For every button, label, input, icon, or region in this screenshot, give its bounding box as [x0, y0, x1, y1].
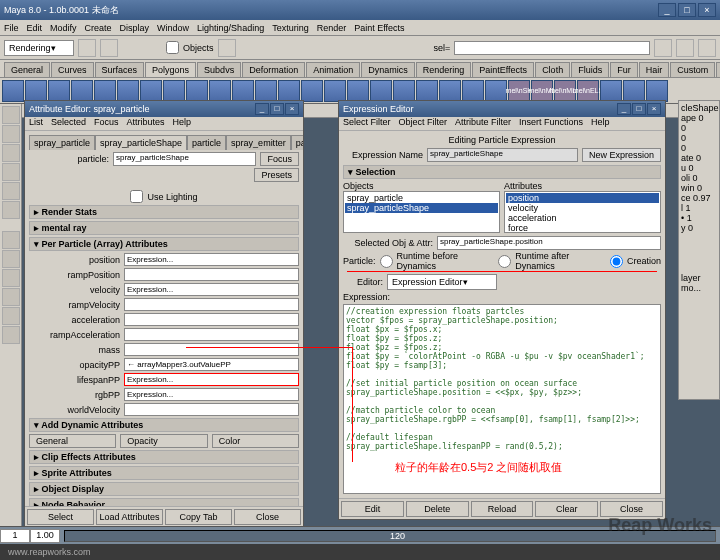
attr-field[interactable] [124, 328, 299, 341]
particle-name-input[interactable]: spray_particleShape [113, 152, 256, 166]
section-per-particle[interactable]: ▾ Per Particle (Array) Attributes [29, 237, 299, 251]
objects-listbox[interactable]: spray_particle spray_particleShape [343, 191, 500, 233]
attr-lifespanpp-field[interactable]: Expression... [124, 373, 299, 386]
shelf-icon[interactable] [623, 80, 645, 102]
menu-display[interactable]: Display [120, 23, 150, 33]
attr-field[interactable]: Expression... [124, 388, 299, 401]
tool-icon[interactable] [654, 39, 672, 57]
tab-subdvs[interactable]: Subdvs [197, 62, 241, 77]
new-expression-button[interactable]: New Expression [582, 148, 661, 162]
shelf-icon[interactable] [25, 80, 47, 102]
delete-button[interactable]: Delete [406, 501, 469, 517]
list-item[interactable]: acceleration [506, 213, 659, 223]
shelf-icon[interactable] [209, 80, 231, 102]
ae-tab[interactable]: particleClo► [291, 135, 303, 150]
section-mental-ray[interactable]: ▸ mental ray [29, 221, 299, 235]
section-clip[interactable]: ▸ Clip Effects Attributes [29, 450, 299, 464]
layout-icon[interactable] [2, 231, 20, 249]
section-add-dynamic[interactable]: ▾ Add Dynamic Attributes [29, 418, 299, 432]
attr-field[interactable] [124, 298, 299, 311]
ae-tab[interactable]: particle [187, 135, 226, 150]
clear-button[interactable]: Clear [535, 501, 598, 517]
attr-position-field[interactable]: Expression... [124, 253, 299, 266]
shelf-icon[interactable] [94, 80, 116, 102]
shelf-icon[interactable] [324, 80, 346, 102]
layout-icon[interactable] [2, 250, 20, 268]
shelf-icon[interactable] [462, 80, 484, 102]
shelf-icon[interactable] [163, 80, 185, 102]
presets-button[interactable]: Presets [254, 168, 299, 182]
ae-tab[interactable]: spray_emitter [226, 135, 291, 150]
menu-edit[interactable]: Edit [27, 23, 43, 33]
tool-icon[interactable] [218, 39, 236, 57]
layout-icon[interactable] [2, 326, 20, 344]
tab-painteffects[interactable]: PaintEffects [472, 62, 534, 77]
menu-painteffects[interactable]: Paint Effects [354, 23, 404, 33]
shelf-icon[interactable] [393, 80, 415, 102]
section-obj-display[interactable]: ▸ Object Display [29, 482, 299, 496]
objects-checkbox[interactable] [166, 41, 179, 54]
tab-cloth[interactable]: Cloth [535, 62, 570, 77]
ae-tab[interactable]: spray_particle [29, 135, 95, 150]
close-button[interactable]: Close [234, 509, 301, 525]
channel-box[interactable]: cleShape ape 0 0 0 0 ate 0 u 0 oli 0 win… [678, 100, 720, 400]
attr-field[interactable]: Expression... [124, 283, 299, 296]
main-menubar[interactable]: File Edit Modify Create Display Window L… [0, 20, 720, 36]
copy-tab-button[interactable]: Copy Tab [165, 509, 232, 525]
attr-field[interactable] [124, 313, 299, 326]
minimize-button[interactable]: _ [658, 3, 676, 17]
shelf-icon[interactable] [278, 80, 300, 102]
shelf-icon[interactable] [48, 80, 70, 102]
select-button[interactable]: Select [27, 509, 94, 525]
opacity-button[interactable]: Opacity [120, 434, 207, 448]
manip-tool-icon[interactable] [2, 201, 20, 219]
section-render-stats[interactable]: ▸ Render Stats [29, 205, 299, 219]
tab-hair[interactable]: Hair [639, 62, 670, 77]
tool-icon[interactable] [100, 39, 118, 57]
attr-field[interactable] [124, 403, 299, 416]
tab-dynamics[interactable]: Dynamics [361, 62, 415, 77]
close-button[interactable]: × [698, 3, 716, 17]
color-button[interactable]: Color [212, 434, 299, 448]
menu-lighting[interactable]: Lighting/Shading [197, 23, 264, 33]
tab-curves[interactable]: Curves [51, 62, 94, 77]
tab-sun[interactable]: sun [716, 62, 720, 77]
shelf-icon[interactable] [140, 80, 162, 102]
ee-menu[interactable]: Select FilterObject FilterAttribute Filt… [339, 117, 665, 131]
list-item[interactable]: force [506, 223, 659, 233]
maximize-icon[interactable]: □ [270, 103, 284, 115]
runtime-after-radio[interactable] [498, 255, 511, 268]
tab-deformation[interactable]: Deformation [242, 62, 305, 77]
shelf-icon[interactable] [370, 80, 392, 102]
tab-fur[interactable]: Fur [610, 62, 638, 77]
rotate-tool-icon[interactable] [2, 163, 20, 181]
time-cur-input[interactable]: 1.00 [30, 529, 60, 543]
lasso-tool-icon[interactable] [2, 125, 20, 143]
shelf-icon[interactable] [2, 80, 24, 102]
shelf-tabs[interactable]: General Curves Surfaces Polygons Subdvs … [0, 60, 720, 78]
shelf-icon[interactable] [646, 80, 668, 102]
attr-field[interactable] [124, 343, 299, 356]
tab-custom[interactable]: Custom [670, 62, 715, 77]
ae-menu[interactable]: ListSelectedFocusAttributesHelp [25, 117, 303, 131]
shelf-icon[interactable] [71, 80, 93, 102]
reload-button[interactable]: Reload [471, 501, 534, 517]
expr-name-input[interactable]: spray_particleShape [427, 148, 578, 162]
layout-icon[interactable] [2, 288, 20, 306]
tool-icon[interactable] [698, 39, 716, 57]
tool-icon[interactable] [676, 39, 694, 57]
shelf-icon[interactable] [186, 80, 208, 102]
attr-field[interactable] [124, 268, 299, 281]
tab-rendering[interactable]: Rendering [416, 62, 472, 77]
creation-radio[interactable] [610, 255, 623, 268]
edit-button[interactable]: Edit [341, 501, 404, 517]
shelf-icon[interactable] [416, 80, 438, 102]
menu-create[interactable]: Create [85, 23, 112, 33]
menu-texturing[interactable]: Texturing [272, 23, 309, 33]
ae-tab-active[interactable]: spray_particleShape [95, 135, 187, 150]
tab-fluids[interactable]: Fluids [571, 62, 609, 77]
mode-dropdown[interactable]: Rendering ▾ [4, 40, 74, 56]
shelf-mel-icon[interactable]: mel\nELS [577, 80, 599, 102]
shelf-icon[interactable] [485, 80, 507, 102]
list-item-selected[interactable]: spray_particleShape [345, 203, 498, 213]
